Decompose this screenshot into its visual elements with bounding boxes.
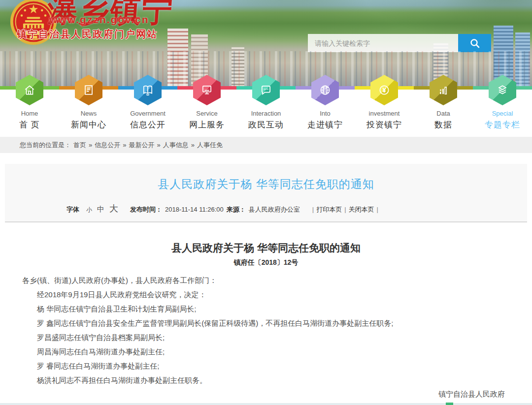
nav-label-en: Service bbox=[196, 109, 217, 118]
search-input[interactable] bbox=[308, 34, 458, 52]
paragraph-appointment: 杨洪礼同志不再担任白马湖街道办事处副主任职务。 bbox=[22, 375, 510, 385]
breadcrumb-item-personnel[interactable]: 人事信息 bbox=[163, 141, 189, 150]
nav-item-into[interactable]: Into 走进镇宁 bbox=[296, 75, 355, 131]
bar-chart-icon bbox=[436, 83, 450, 97]
document-number: 镇府任〔2018〕12号 bbox=[22, 258, 510, 267]
special-hexagon bbox=[489, 75, 516, 105]
interaction-hexagon bbox=[252, 75, 280, 105]
nav-label-en: Special bbox=[492, 109, 513, 118]
close-page-button[interactable]: 关闭本页 bbox=[349, 205, 374, 214]
breadcrumb-item-home[interactable]: 首页 bbox=[73, 141, 86, 150]
page-title: 县人民政府关于杨 华等同志任免职的通知 bbox=[5, 177, 527, 192]
document-title: 县人民政府关于杨 华等同志任免职的通知 bbox=[22, 241, 510, 255]
open-book-icon bbox=[141, 83, 155, 97]
home-icon bbox=[23, 83, 36, 97]
paragraph-appointment: 杨 华同志任镇宁自治县卫生和计划生育局副局长; bbox=[22, 304, 510, 314]
breadcrumb-item-latest[interactable]: 最新公开 bbox=[129, 141, 154, 150]
news-document-icon bbox=[82, 83, 96, 97]
footer-accent bbox=[446, 403, 453, 405]
paragraph-appointment: 罗昌盛同志任镇宁自治县档案局副局长; bbox=[22, 333, 510, 343]
publish-time-label: 发布时间： bbox=[130, 205, 162, 214]
paragraph-appointment: 罗 睿同志任白马湖街道办事处副主任; bbox=[22, 361, 510, 371]
nav-label-zh: 信息公开 bbox=[130, 119, 166, 131]
article-header: 县人民政府关于杨 华等同志任免职的通知 字体 小 中 大 发布时间： 2018-… bbox=[5, 164, 527, 222]
paragraph-appointment: 罗 鑫同志任镇宁自治县安全生产监督管理局副局长(保留正科级待遇)，不再担任白马湖… bbox=[22, 318, 510, 328]
breadcrumb-separator: » bbox=[191, 141, 195, 149]
nav-label-en: Data bbox=[436, 109, 450, 118]
nav-item-special[interactable]: Special 专题专栏 bbox=[473, 75, 532, 131]
source-value: 县人民政府办公室 bbox=[249, 205, 300, 214]
nav-label-en: Interaction bbox=[251, 109, 281, 118]
breadcrumb-separator: » bbox=[123, 141, 126, 149]
nav-label-zh: 政民互动 bbox=[248, 119, 284, 131]
print-page-button[interactable]: 打印本页 bbox=[316, 205, 342, 214]
speech-bubble-icon bbox=[259, 83, 273, 97]
government-hexagon bbox=[134, 75, 162, 105]
into-hexagon bbox=[311, 75, 339, 105]
nav-item-news[interactable]: News 新闻中心 bbox=[59, 75, 118, 131]
font-small-button[interactable]: 小 bbox=[86, 206, 92, 214]
article-card: 县人民政府关于杨 华等同志任免职的通知 字体 小 中 大 发布时间： 2018-… bbox=[5, 164, 527, 405]
data-hexagon bbox=[430, 75, 457, 105]
site-subtitle: 镇宁自治县人民政府门户网站 bbox=[17, 28, 158, 41]
source-label: 来源： bbox=[227, 205, 246, 214]
nav-label-en: Into bbox=[320, 109, 331, 118]
article-meta: 字体 小 中 大 发布时间： 2018-11-14 11:26:00 来源： 县… bbox=[66, 203, 527, 215]
nav-item-government[interactable]: Government 信息公开 bbox=[118, 75, 177, 131]
nav-label-zh: 数据 bbox=[434, 119, 452, 131]
article-body: 县人民政府关于杨 华等同志任免职的通知 镇府任〔2018〕12号 各乡(镇、街道… bbox=[5, 241, 527, 405]
site-url: www.gzzn.gov.cn bbox=[49, 14, 149, 26]
service-hexagon bbox=[193, 75, 221, 105]
nav-label-zh: 走进镇宁 bbox=[307, 119, 343, 131]
nav-item-data[interactable]: Data 数据 bbox=[414, 75, 473, 131]
nav-label-en: Government bbox=[130, 109, 166, 118]
nav-label-zh: 网上服务 bbox=[189, 119, 225, 131]
nav-item-service[interactable]: Service 网上服务 bbox=[177, 75, 236, 131]
meta-divider: | bbox=[344, 206, 346, 213]
breadcrumb-separator: » bbox=[157, 141, 160, 149]
breadcrumb-item-appointment[interactable]: 人事任免 bbox=[197, 141, 223, 150]
home-hexagon bbox=[16, 75, 43, 105]
meta-divider: | bbox=[312, 206, 314, 213]
monitor-icon bbox=[200, 83, 214, 97]
news-hexagon bbox=[75, 75, 102, 105]
nav-label-zh: 首 页 bbox=[19, 119, 40, 131]
search-bar bbox=[308, 34, 491, 52]
paragraph-decision: 经2018年9月19日县人民政府党组会议研究，决定： bbox=[22, 290, 510, 300]
nav-label-zh: 投资镇宁 bbox=[366, 119, 402, 131]
nav-items: Home 首 页 News 新闻中心 Government 信息公开 bbox=[0, 75, 532, 131]
document-paragraphs: 各乡(镇、街道)人民政府(办事处)，县人民政府各工作部门： 经2018年9月19… bbox=[22, 276, 510, 385]
nav-item-home[interactable]: Home 首 页 bbox=[0, 75, 59, 131]
font-medium-button[interactable]: 中 bbox=[97, 205, 104, 214]
investment-hexagon bbox=[370, 75, 398, 105]
publish-time-value: 2018-11-14 11:26:00 bbox=[165, 206, 224, 213]
nav-label-zh: 新闻中心 bbox=[71, 119, 106, 131]
nav-label-zh: 专题专栏 bbox=[485, 119, 520, 131]
nav-label-en: Home bbox=[21, 109, 38, 118]
paragraph-appointment: 周昌海同志任白马湖街道办事处副主任; bbox=[22, 347, 510, 357]
breadcrumb-item-info[interactable]: 信息公开 bbox=[95, 141, 120, 150]
breadcrumb-separator: » bbox=[89, 141, 92, 149]
meta-divider: | bbox=[377, 206, 378, 213]
main-navigation: Home 首 页 News 新闻中心 Government 信息公开 bbox=[0, 90, 532, 137]
search-icon bbox=[469, 37, 481, 49]
nav-item-interaction[interactable]: Interaction 政民互动 bbox=[236, 75, 296, 131]
font-large-button[interactable]: 大 bbox=[109, 203, 118, 215]
paragraph-salutation: 各乡(镇、街道)人民政府(办事处)，县人民政府各工作部门： bbox=[22, 276, 510, 285]
font-size-label: 字体 bbox=[66, 205, 79, 214]
globe-icon bbox=[318, 83, 332, 97]
search-button[interactable] bbox=[458, 34, 491, 52]
breadcrumb: 您当前的位置是： 首页 » 信息公开 » 最新公开 » 人事信息 » 人事任免 bbox=[0, 137, 532, 153]
nav-label-en: News bbox=[81, 109, 97, 118]
nav-label-en: investment bbox=[369, 109, 400, 118]
breadcrumb-prefix: 您当前的位置是： bbox=[20, 141, 71, 150]
yuan-coin-icon bbox=[377, 83, 391, 97]
signature-issuer: 镇宁自治县人民政府 bbox=[22, 390, 510, 399]
nav-item-investment[interactable]: investment 投资镇宁 bbox=[355, 75, 414, 131]
layers-icon bbox=[496, 83, 509, 97]
